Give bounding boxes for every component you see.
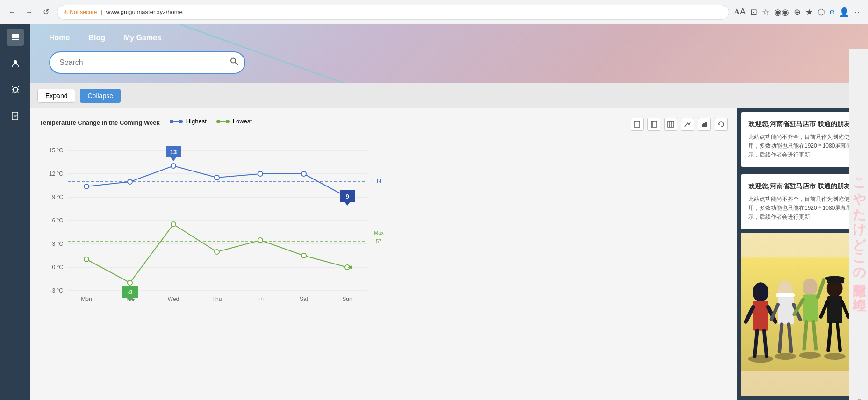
svg-point-107 [799, 352, 821, 359]
svg-line-96 [813, 322, 816, 349]
bookmark-icon[interactable]: ★ [805, 7, 813, 17]
toolbar-refresh-icon[interactable] [715, 118, 728, 131]
svg-point-69 [128, 280, 132, 285]
profile-icon[interactable]: 👤 [839, 7, 849, 17]
svg-line-95 [804, 322, 806, 349]
edge-icon[interactable]: e [830, 7, 834, 17]
svg-line-104 [838, 323, 840, 350]
svg-rect-86 [776, 293, 795, 297]
svg-text:Mon: Mon [81, 296, 92, 302]
svg-point-73 [301, 253, 306, 258]
jp-decorative-text: こやたけどこの隙間を埋め [850, 169, 868, 304]
svg-point-108 [824, 353, 845, 360]
svg-text:Fri: Fri [257, 296, 264, 302]
svg-text:12 °C: 12 °C [49, 171, 63, 177]
popup-1-body: 此站点功能尚不齐全，目前只作为浏览使用，多数功能也只能在1920＊1080屏幕显… [748, 133, 857, 160]
svg-point-71 [215, 250, 219, 254]
svg-text:Sat: Sat [300, 296, 308, 302]
chart-section: Temperature Change in the Coming Week Hi… [30, 108, 737, 400]
reader-mode-icon[interactable]: ⊡ [750, 7, 757, 17]
anime-svg [741, 233, 864, 396]
svg-point-62 [215, 175, 219, 180]
toolbar-line-chart-icon[interactable] [681, 118, 694, 131]
svg-text:Sun: Sun [342, 296, 352, 302]
svg-text:Wed: Wed [168, 296, 179, 302]
toolbar-bar-chart-icon[interactable] [698, 118, 711, 131]
svg-point-59 [84, 184, 89, 189]
svg-rect-2 [12, 39, 19, 40]
nav-menu: Home Blog My Games [49, 34, 849, 42]
svg-line-90 [789, 324, 791, 351]
svg-text:9: 9 [345, 193, 349, 200]
chart-legend: Highest Lowest [169, 118, 252, 125]
page-wrapper: Home Blog My Games Expand Collapse [0, 24, 868, 400]
svg-point-106 [775, 353, 796, 360]
back-button[interactable]: ← [6, 6, 19, 19]
refresh-button[interactable]: ↺ [39, 6, 52, 19]
favorites-icon[interactable]: ☆ [762, 7, 769, 17]
forward-button[interactable]: → [22, 6, 36, 19]
svg-rect-85 [778, 297, 794, 324]
settings-icon[interactable]: ⋯ [854, 7, 862, 17]
svg-text:0 °C: 0 °C [52, 264, 64, 271]
sidebar-icon-bug[interactable] [7, 81, 24, 98]
font-size-icon[interactable]: 𝐀A [734, 7, 746, 17]
sidebar-icon-book[interactable] [7, 107, 24, 124]
collections-icon[interactable]: ◉◉ [774, 7, 789, 17]
toolbar-icon-2[interactable] [647, 118, 660, 131]
web-icon[interactable]: ⬡ [818, 7, 825, 17]
sidebar-icon-home[interactable] [7, 29, 24, 46]
svg-text:Thu: Thu [212, 296, 222, 302]
nav-home[interactable]: Home [49, 34, 70, 42]
chart-title: Temperature Change in the Coming Week [40, 119, 160, 126]
nav-blog[interactable]: Blog [88, 34, 105, 42]
svg-rect-26 [705, 122, 707, 127]
popup-image [741, 233, 864, 396]
svg-line-103 [828, 323, 831, 350]
svg-rect-19 [651, 121, 657, 127]
svg-point-72 [258, 238, 263, 243]
svg-point-27 [170, 120, 173, 123]
svg-line-82 [755, 331, 757, 357]
svg-text:13: 13 [170, 149, 177, 156]
popup-1-title: 欢迎您,河南省驻马店市 联通的朋友 [748, 120, 857, 129]
svg-rect-25 [703, 123, 705, 127]
svg-line-6 [18, 86, 19, 87]
collapse-button[interactable]: Collapse [80, 89, 120, 103]
svg-point-29 [179, 120, 183, 123]
chart-header: Temperature Change in the Coming Week Hi… [40, 118, 728, 129]
svg-point-16 [231, 58, 236, 63]
legend-lowest-icon [216, 119, 230, 124]
svg-text:9 °C: 9 °C [52, 194, 64, 200]
svg-text:3 °C: 3 °C [52, 241, 64, 247]
svg-rect-24 [702, 124, 703, 127]
popup-2-title: 欢迎您,河南省驻马店市 联通的朋友 [748, 182, 857, 191]
right-decorative: こやたけどこの隙間を埋め CSDN @鬼鬼战士 [849, 49, 868, 400]
svg-rect-1 [12, 36, 19, 38]
svg-rect-11 [12, 112, 18, 120]
url-text: www.guiguimaster.xyz/home [106, 8, 183, 15]
peak-high-tooltip: 13 [166, 146, 181, 161]
svg-line-89 [779, 324, 782, 351]
nav-games[interactable]: My Games [124, 34, 161, 42]
extensions-icon[interactable]: ⊕ [794, 7, 801, 17]
svg-text:6 °C: 6 °C [52, 217, 64, 224]
address-bar[interactable]: ⚠ Not secure | www.guiguimaster.xyz/home [57, 5, 729, 20]
search-input[interactable] [49, 51, 245, 74]
svg-point-70 [171, 222, 176, 227]
left-sidebar [0, 24, 30, 400]
sidebar-icon-user[interactable] [7, 55, 24, 72]
svg-point-30 [216, 120, 220, 123]
svg-rect-79 [753, 301, 768, 331]
toolbar-icon-3[interactable] [664, 118, 677, 131]
toolbar-icon-1[interactable] [631, 118, 644, 131]
popup-2-body: 此站点功能尚不齐全，目前只作为浏览使用，多数功能也只能在1920＊1080屏幕显… [748, 195, 857, 222]
svg-rect-100 [827, 296, 842, 323]
svg-text:15 °C: 15 °C [49, 147, 63, 154]
search-button[interactable] [230, 57, 238, 68]
svg-line-5 [12, 86, 13, 87]
svg-line-9 [12, 92, 13, 93]
expand-button[interactable]: Expand [37, 89, 75, 103]
legend-highest-label: Highest [186, 118, 207, 125]
svg-line-17 [235, 63, 238, 65]
